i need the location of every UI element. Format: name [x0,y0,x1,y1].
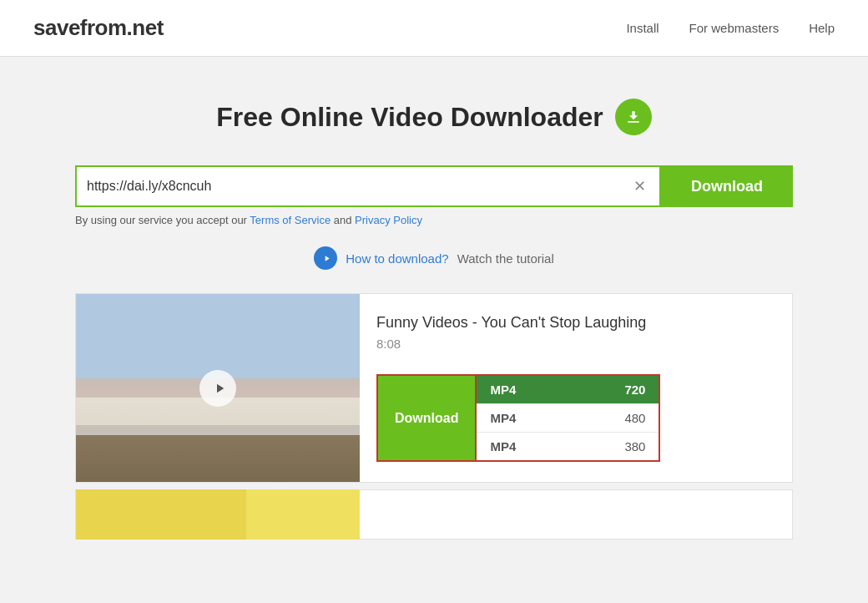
video-title: Funny Videos - You Can't Stop Laughing [376,314,775,332]
how-to-link[interactable]: How to download? [346,251,448,266]
video-thumbnail [76,294,360,482]
nav-help[interactable]: Help [809,21,835,35]
video-duration: 8:08 [376,337,775,351]
nav-install[interactable]: Install [626,21,659,35]
format-row-380[interactable]: MP4 380 [477,432,659,460]
how-to-section: How to download? Watch the tutorial [75,246,793,270]
search-input-wrapper: ✕ [75,165,661,207]
download-options: Download MP4 720 MP4 480 MP4 380 [376,374,775,462]
page-title: Free Online Video Downloader [216,102,603,133]
play-icon [314,246,337,270]
format-label-380: MP4 [490,439,516,454]
video-download-button[interactable]: Download [376,374,477,462]
format-list: MP4 720 MP4 480 MP4 380 [477,374,660,462]
partial-thumbnail [76,489,360,540]
terms-text: By using our service you accept our Term… [75,214,793,226]
nav-webmasters[interactable]: For webmasters [689,21,780,35]
format-row-480[interactable]: MP4 480 [477,403,659,432]
format-res-720: 720 [624,383,645,397]
clear-button[interactable]: ✕ [630,174,649,199]
format-row-720[interactable]: MP4 720 [477,376,659,403]
privacy-policy-link[interactable]: Privacy Policy [355,214,422,226]
thumbnail-play-icon [212,381,227,396]
header: savefrom.net Install For webmasters Help [0,0,868,57]
result-card: Funny Videos - You Can't Stop Laughing 8… [75,293,793,483]
url-input[interactable] [87,167,630,205]
play-triangle-icon [322,254,331,263]
result-card-partial [75,489,793,540]
video-info: Funny Videos - You Can't Stop Laughing 8… [360,294,792,482]
logo: savefrom.net [33,15,164,41]
terms-of-service-link[interactable]: Terms of Service [250,214,331,226]
search-row: ✕ Download [75,165,793,207]
how-to-text: Watch the tutorial [457,251,554,266]
format-res-380: 380 [624,439,645,454]
download-button[interactable]: Download [661,165,793,207]
search-area: ✕ Download By using our service you acce… [75,165,793,226]
main-content: Free Online Video Downloader ✕ Download … [58,57,810,565]
format-label-480: MP4 [490,411,516,425]
format-label-720: MP4 [490,383,516,397]
thumbnail-play-button[interactable] [199,370,236,407]
download-arrow-icon [625,109,642,125]
main-nav: Install For webmasters Help [626,21,835,35]
download-icon [615,99,652,135]
hero-section: Free Online Video Downloader [75,99,793,135]
format-res-480: 480 [624,411,645,425]
